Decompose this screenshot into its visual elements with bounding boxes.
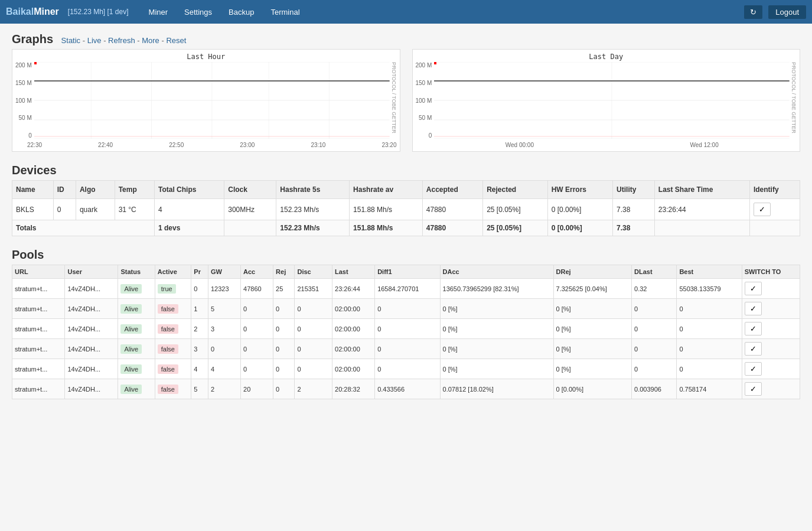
pool-drej: 0 [0.00%] [553,379,631,399]
pool-user: 14vZ4DH... [65,339,118,359]
ytick: 0 [416,132,432,139]
col-hashrate5s: Hashrate 5s [276,181,350,199]
pool-url: stratum+t... [12,359,65,379]
pool-acc: 20 [241,379,273,399]
switch-to-button[interactable]: ✓ [745,322,762,335]
pool-rej: 0 [273,299,295,319]
pool-acc: 0 [241,359,273,379]
pool-rej: 0 [273,319,295,339]
pool-dlast: 0.003906 [632,379,677,399]
pool-col-gw: GW [208,265,240,279]
pool-active: true [155,279,191,299]
pool-col-drej: DRej [553,265,631,279]
col-utility: Utility [613,181,655,199]
switch-to-button[interactable]: ✓ [745,342,762,356]
nav-backup[interactable]: Backup [220,0,262,24]
pool-switch-cell: ✓ [742,319,800,339]
pool-acc: 0 [241,299,273,319]
device-id: 0 [53,199,76,220]
device-rejected: 25 [0.05%] [483,199,547,220]
totals-empty3 [749,220,800,236]
pool-active: false [155,339,191,359]
ytick: 100 M [416,97,432,104]
pool-gw: 2 [208,379,240,399]
status-badge: Alive [120,364,142,374]
pools-section: Pools URL User Status Active Pr GW Acc R… [12,248,800,399]
pool-dlast: 0 [632,299,677,319]
pool-disc: 0 [295,299,332,319]
pool-col-rej: Rej [273,265,295,279]
totals-hav: 151.88 Mh/s [350,220,423,236]
device-accepted: 47880 [422,199,482,220]
totals-rejected: 25 [0.05%] [483,220,547,236]
graph-day-xticks: Wed 00:00 Wed 12:00 [416,142,797,148]
pool-rej: 0 [273,359,295,379]
xtick: 23:00 [240,142,255,148]
active-badge: false [158,304,178,314]
pool-active: false [155,299,191,319]
pool-switch-cell: ✓ [742,279,800,299]
xtick: Wed 00:00 [506,142,534,148]
pool-diff1: 0 [375,359,440,379]
ytick: 200 M [15,62,32,69]
graphs-link-reset[interactable]: Reset [166,36,186,45]
pool-pr: 4 [191,359,208,379]
xtick: 23:10 [311,142,325,148]
device-clock: 300MHz [224,199,276,220]
pool-row: stratum+t... 14vZ4DH... Alive false 2 3 … [12,319,800,339]
device-hw: 0 [0.00%] [547,199,612,220]
pool-last: 02:00:00 [332,319,375,339]
switch-to-button[interactable]: ✓ [745,282,762,295]
graph-day-yticks: 200 M 150 M 100 M 50 M 0 [416,62,435,139]
logout-button[interactable]: Logout [768,5,806,19]
active-badge: false [158,364,178,374]
graph-hour-svg [34,62,390,139]
totals-row: Totals 1 devs 152.23 Mh/s 151.88 Mh/s 47… [12,220,800,236]
pools-table: URL User Status Active Pr GW Acc Rej Dis… [12,265,800,399]
pool-status: Alive [118,319,155,339]
pool-pr: 0 [191,279,208,299]
pool-rej: 0 [273,379,295,399]
device-last-share: 23:26:44 [654,199,749,220]
refresh-button[interactable]: ↻ [744,5,762,19]
pool-disc: 0 [295,359,332,379]
device-utility: 7.38 [613,199,655,220]
totals-label: Totals [12,220,155,236]
totals-utility: 7.38 [613,220,655,236]
pool-pr: 3 [191,339,208,359]
ytick: 150 M [15,80,32,86]
pool-status: Alive [118,359,155,379]
ytick: 200 M [416,62,432,69]
pool-disc: 0 [295,319,332,339]
identify-button[interactable]: ✓ [754,203,771,216]
nav-settings[interactable]: Settings [176,0,220,24]
col-hashrate-av: Hashrate av [350,181,423,199]
pool-switch-cell: ✓ [742,379,800,399]
col-hw-errors: HW Errors [547,181,612,199]
pool-disc: 215351 [295,279,332,299]
switch-to-button[interactable]: ✓ [745,382,762,396]
graph-day-inner: 200 M 150 M 100 M 50 M 0 [416,62,797,141]
graph-hour-inner: 200 M 150 M 100 M 50 M 0 [15,62,397,141]
pool-drej: 0 [%] [553,359,631,379]
nav-terminal[interactable]: Terminal [262,0,308,24]
pool-col-active: Active [155,265,191,279]
pools-header-row: URL User Status Active Pr GW Acc Rej Dis… [12,265,800,279]
switch-to-button[interactable]: ✓ [745,302,762,315]
switch-to-button[interactable]: ✓ [745,362,762,376]
status-badge: Alive [120,304,142,314]
pool-url: stratum+t... [12,379,65,399]
graphs-link-more[interactable]: More [142,36,159,45]
pool-gw: 0 [208,339,240,359]
totals-h5s: 152.23 Mh/s [276,220,350,236]
nav-miner[interactable]: Miner [141,0,177,24]
pool-col-diff1: Diff1 [375,265,440,279]
graphs-link-live[interactable]: Live [87,36,102,45]
graphs-link-refresh[interactable]: Refresh [108,36,135,45]
pool-dacc: 0 [%] [440,359,553,379]
col-rejected: Rejected [483,181,547,199]
pool-col-last: Last [332,265,375,279]
pool-last: 02:00:00 [332,339,375,359]
totals-empty [224,220,276,236]
graphs-link-static[interactable]: Static [61,36,81,45]
